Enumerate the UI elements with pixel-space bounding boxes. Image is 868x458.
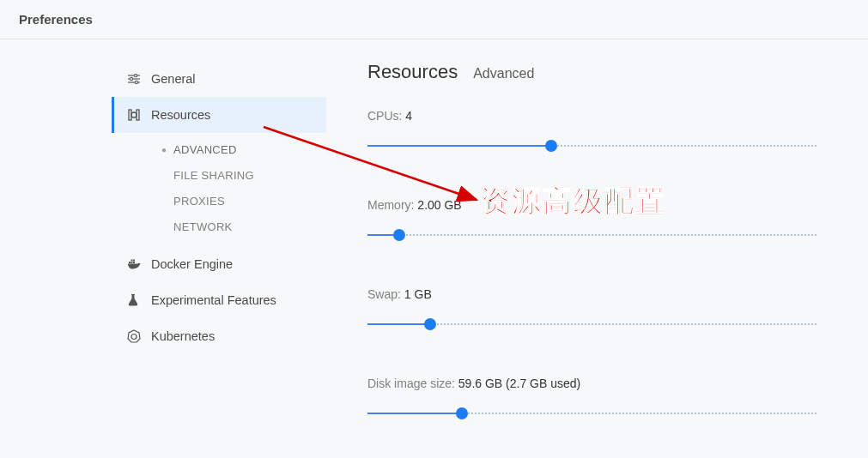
docker-icon <box>127 258 151 270</box>
sidebar-item-label: Experimental Features <box>151 293 276 307</box>
main-panel: Resources Advanced CPUs: 4 Memory: 2.00 … <box>326 61 868 458</box>
memory-slider[interactable] <box>367 234 816 238</box>
sidebar-subitem-advanced[interactable]: ● ADVANCED <box>161 136 326 162</box>
svg-rect-13 <box>133 260 135 262</box>
sidebar-item-general[interactable]: General <box>112 61 326 97</box>
slider-fill <box>367 323 430 325</box>
svg-rect-11 <box>133 262 135 263</box>
sidebar-subitem-filesharing[interactable]: FILE SHARING <box>161 162 326 188</box>
resources-icon <box>127 108 151 122</box>
sidebar-item-kubernetes[interactable]: Kubernetes <box>112 318 326 354</box>
swap-slider[interactable] <box>367 323 816 327</box>
disk-slider[interactable] <box>367 413 816 416</box>
sidebar-item-label: General <box>151 72 196 86</box>
setting-value: 1 GB <box>404 287 432 301</box>
page-section: Advanced <box>473 66 534 81</box>
setting-value: 59.6 GB (2.7 GB used) <box>458 377 580 390</box>
annotation-text: 资源高级配置 <box>481 182 666 221</box>
slider-thumb[interactable] <box>456 407 468 419</box>
slider-fill <box>367 413 462 414</box>
svg-rect-10 <box>131 262 133 263</box>
sidebar-item-label: Kubernetes <box>151 329 215 343</box>
cpus-slider[interactable] <box>367 145 816 148</box>
sliders-icon <box>127 72 151 86</box>
bullet-icon: ● <box>161 145 173 154</box>
page-title: Resources <box>367 61 458 83</box>
resources-submenu: ● ADVANCED FILE SHARING PROXIES NETWORK <box>112 133 326 246</box>
svg-rect-12 <box>131 260 133 262</box>
slider-track <box>367 234 816 236</box>
svg-rect-9 <box>129 262 131 263</box>
sidebar-subitem-label: ADVANCED <box>173 143 237 156</box>
setting-value: 4 <box>405 109 412 123</box>
setting-name: CPUs: <box>367 109 402 123</box>
slider-thumb[interactable] <box>545 140 557 152</box>
sidebar: General Resources ● ADVANCED FILE SHARIN… <box>0 61 326 458</box>
setting-name: Memory: <box>367 198 414 212</box>
sidebar-subitem-label: NETWORK <box>173 220 233 233</box>
header: Preferences <box>0 0 868 39</box>
svg-point-8 <box>131 112 137 118</box>
setting-disk: Disk image size: 59.6 GB (2.7 GB used) <box>367 377 816 416</box>
setting-swap: Swap: 1 GB <box>367 287 816 327</box>
setting-name: Swap: <box>367 287 401 301</box>
sidebar-item-resources[interactable]: Resources <box>112 97 326 133</box>
sidebar-subitem-label: PROXIES <box>173 195 225 208</box>
setting-value: 2.00 GB <box>417 198 461 212</box>
setting-label: Disk image size: 59.6 GB (2.7 GB used) <box>367 377 816 390</box>
sidebar-subitem-network[interactable]: NETWORK <box>161 214 326 239</box>
svg-point-5 <box>135 81 137 83</box>
slider-thumb[interactable] <box>424 318 436 330</box>
setting-label: CPUs: 4 <box>367 109 816 123</box>
svg-point-3 <box>130 77 132 80</box>
setting-cpus: CPUs: 4 <box>367 109 816 148</box>
sidebar-item-label: Resources <box>151 108 210 122</box>
sidebar-item-docker[interactable]: Docker Engine <box>112 246 326 282</box>
slider-fill <box>367 145 551 147</box>
setting-label: Swap: 1 GB <box>367 287 816 301</box>
svg-marker-14 <box>128 330 140 342</box>
sidebar-subitem-proxies[interactable]: PROXIES <box>161 188 326 214</box>
svg-point-1 <box>134 74 137 76</box>
svg-point-15 <box>131 334 137 340</box>
setting-name: Disk image size: <box>367 377 455 390</box>
slider-thumb[interactable] <box>393 229 405 241</box>
kubernetes-icon <box>127 329 151 343</box>
flask-icon <box>127 293 151 307</box>
sidebar-subitem-label: FILE SHARING <box>173 169 254 182</box>
sidebar-item-label: Docker Engine <box>151 257 233 271</box>
header-title: Preferences <box>19 12 849 27</box>
sidebar-item-experimental[interactable]: Experimental Features <box>112 282 326 318</box>
